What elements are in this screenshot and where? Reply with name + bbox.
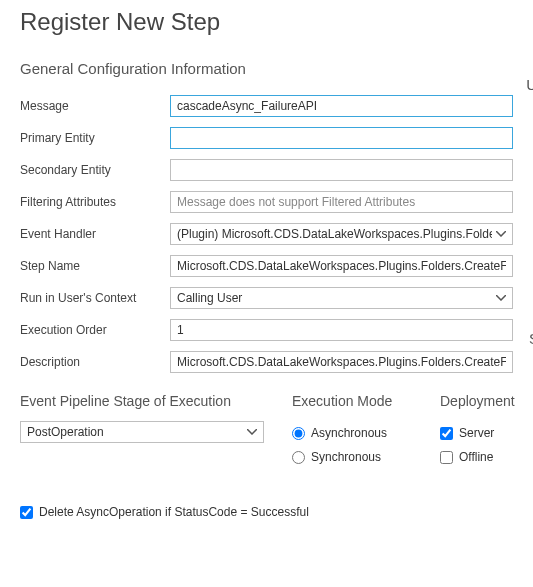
primary-entity-label: Primary Entity — [20, 131, 170, 145]
description-label: Description — [20, 355, 170, 369]
section-general: General Configuration Information — [20, 60, 513, 77]
message-label: Message — [20, 99, 170, 113]
deploy-offline-checkbox[interactable] — [440, 451, 453, 464]
mode-async-option[interactable]: Asynchronous — [292, 421, 412, 445]
mode-async-radio[interactable] — [292, 427, 305, 440]
run-context-select[interactable]: Calling User — [170, 287, 513, 309]
delete-async-checkbox[interactable] — [20, 506, 33, 519]
deploy-offline-option[interactable]: Offline — [440, 445, 533, 469]
exec-order-input[interactable] — [170, 319, 513, 341]
mode-sync-option[interactable]: Synchronous — [292, 445, 412, 469]
mode-sync-radio[interactable] — [292, 451, 305, 464]
mode-async-label: Asynchronous — [311, 426, 387, 440]
mode-sync-label: Synchronous — [311, 450, 381, 464]
run-context-label: Run in User's Context — [20, 291, 170, 305]
delete-async-option[interactable]: Delete AsyncOperation if StatusCode = Su… — [20, 505, 513, 519]
cutoff-section-1: U — [526, 76, 533, 93]
section-pipeline: Event Pipeline Stage of Execution — [20, 393, 264, 409]
exec-order-label: Execution Order — [20, 323, 170, 337]
filtering-attr-label: Filtering Attributes — [20, 195, 170, 209]
step-name-input[interactable] — [170, 255, 513, 277]
deploy-server-option[interactable]: Server — [440, 421, 533, 445]
event-handler-select[interactable]: (Plugin) Microsoft.CDS.DataLakeWorkspace… — [170, 223, 513, 245]
delete-async-label: Delete AsyncOperation if StatusCode = Su… — [39, 505, 309, 519]
cutoff-section-2: S — [529, 330, 533, 347]
primary-entity-input[interactable] — [170, 127, 513, 149]
deploy-offline-label: Offline — [459, 450, 493, 464]
deploy-server-label: Server — [459, 426, 494, 440]
deploy-server-checkbox[interactable] — [440, 427, 453, 440]
section-mode: Execution Mode — [292, 393, 412, 409]
pipeline-stage-select[interactable]: PostOperation — [20, 421, 264, 443]
description-input[interactable] — [170, 351, 513, 373]
step-name-label: Step Name — [20, 259, 170, 273]
filtering-attr-input[interactable] — [170, 191, 513, 213]
page-title: Register New Step — [20, 8, 513, 36]
secondary-entity-input[interactable] — [170, 159, 513, 181]
section-deploy: Deployment — [440, 393, 533, 409]
event-handler-label: Event Handler — [20, 227, 170, 241]
message-input[interactable] — [170, 95, 513, 117]
secondary-entity-label: Secondary Entity — [20, 163, 170, 177]
